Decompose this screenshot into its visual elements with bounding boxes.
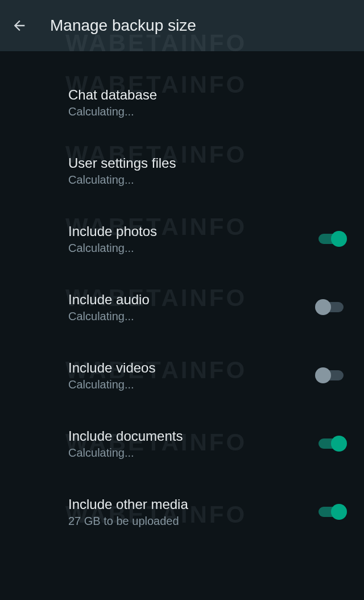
toggle-include-other-media[interactable] [315,503,347,521]
header: Manage backup size [0,0,364,51]
setting-subtitle: Calculating... [68,446,304,460]
setting-title: Include other media [68,496,304,512]
toggle-include-audio[interactable] [315,298,347,316]
setting-title: Include photos [68,224,304,239]
setting-include-audio[interactable]: Include audio Calculating... [0,273,364,341]
setting-subtitle: Calculating... [68,173,347,187]
toggle-include-videos[interactable] [315,366,347,384]
setting-subtitle: 27 GB to be uploaded [68,515,304,528]
setting-subtitle: Calculating... [68,242,304,255]
setting-chat-database[interactable]: Chat database Calculating... [0,68,364,136]
page-title: Manage backup size [50,16,196,35]
setting-include-videos[interactable]: Include videos Calculating... [0,341,364,409]
toggle-include-photos[interactable] [315,230,347,248]
setting-title: Include audio [68,292,304,308]
setting-title: Include documents [68,428,304,444]
setting-title: User settings files [68,155,347,171]
setting-user-settings-files[interactable]: User settings files Calculating... [0,136,364,205]
setting-title: Chat database [68,87,347,103]
setting-include-documents[interactable]: Include documents Calculating... [0,409,364,478]
toggle-include-documents[interactable] [315,435,347,453]
setting-subtitle: Calculating... [68,105,347,118]
setting-title: Include videos [68,360,304,376]
back-icon[interactable] [11,18,27,34]
setting-subtitle: Calculating... [68,310,304,323]
settings-list: Chat database Calculating... User settin… [0,51,364,563]
setting-include-photos[interactable]: Include photos Calculating... [0,205,364,273]
setting-subtitle: Calculating... [68,378,304,391]
setting-include-other-media[interactable]: Include other media 27 GB to be uploaded [0,478,364,546]
